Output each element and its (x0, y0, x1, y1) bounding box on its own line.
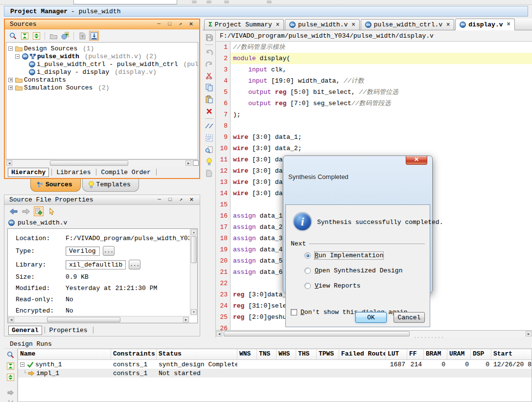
float-icon[interactable]: ↗ (177, 22, 184, 27)
cursor-button[interactable] (46, 206, 56, 216)
scroll-left-icon[interactable]: ◀ (216, 331, 222, 336)
copy-button[interactable] (204, 83, 214, 92)
block-button[interactable] (204, 133, 214, 143)
maximize-icon[interactable]: □ (167, 197, 173, 202)
radio-icon[interactable] (304, 283, 311, 289)
delete-button[interactable] (204, 106, 214, 116)
paste-button[interactable] (204, 94, 214, 104)
properties-hscrollbar[interactable]: ◀ ▶ (8, 316, 189, 323)
sources-hscrollbar[interactable]: ◀ ▶ (6, 159, 198, 166)
forward-button[interactable] (21, 206, 31, 216)
radio-option-open-synthesized-design[interactable]: Open Synthesized Design (304, 263, 402, 278)
scroll-thumb[interactable] (47, 317, 120, 322)
search-button[interactable] (8, 31, 18, 41)
back-button[interactable] (8, 206, 18, 216)
redo-button[interactable] (204, 59, 214, 69)
dialog-close-button[interactable]: ✕ (406, 156, 427, 165)
collapse-all-button[interactable] (6, 362, 16, 370)
scroll-right-icon[interactable]: ▶ (185, 160, 191, 166)
radio-option-run-implementation[interactable]: Run Implementation (304, 248, 402, 263)
properties-tab-general[interactable]: General (8, 326, 42, 335)
tab-close-icon[interactable]: × (351, 22, 355, 28)
properties-vscrollbar[interactable]: ▲ ▼ (190, 229, 197, 315)
view-tab-libraries[interactable]: Libraries (53, 168, 93, 177)
scroll-right-icon[interactable]: ▶ (526, 331, 532, 336)
float-icon[interactable]: ↗ (178, 197, 184, 202)
properties-doc-button[interactable] (34, 206, 44, 216)
scroll-up-icon[interactable]: ▲ (191, 229, 197, 235)
dialog-title-bar[interactable]: Synthesis Completed (285, 171, 430, 182)
editor-tab-pulse-width-ctrl-v[interactable]: vepulse_width_ctrl.v× (361, 19, 455, 30)
expand-all-button[interactable] (6, 373, 16, 381)
help-button[interactable]: ? (77, 31, 87, 41)
tree-expand-button[interactable] (193, 160, 199, 166)
search-button[interactable] (6, 351, 16, 359)
checkbox-icon[interactable] (291, 309, 297, 315)
add-sources-button[interactable] (60, 31, 70, 41)
scroll-thumb[interactable] (191, 236, 197, 263)
tree-item-pulse-width[interactable]: vepulse_width (pulse_width.v) (2) (6, 52, 198, 60)
properties-tab-properties[interactable]: Properties (46, 326, 91, 335)
tree-expander-icon[interactable] (20, 362, 24, 367)
column-header-bram[interactable]: BRAM (424, 349, 447, 359)
snippet-button[interactable] (204, 168, 214, 178)
column-header-ths[interactable]: THS (296, 349, 317, 359)
scroll-to-selected-button[interactable] (89, 31, 99, 41)
tab-close-icon[interactable]: × (276, 22, 279, 28)
tree-item-i-pulse-width-ctrl-pulse-width-ctrl[interactable]: vei_pulse_width_ctrl - pulse_width_ctrl … (6, 60, 198, 68)
column-header-whs[interactable]: WHS (277, 349, 296, 359)
column-header-tns[interactable]: TNS (257, 349, 277, 359)
cancel-button[interactable]: Cancel (393, 312, 425, 323)
radio-option-view-reports[interactable]: View Reports (304, 278, 402, 293)
panel-tab-sources[interactable]: Sources (30, 179, 81, 192)
ellipsis-button[interactable]: ... (103, 246, 115, 256)
column-header-constraints[interactable]: Constraints (111, 349, 157, 359)
tab-close-icon[interactable]: × (507, 21, 510, 28)
column-header-ff[interactable]: FF (407, 349, 424, 359)
close-icon[interactable]: × (188, 22, 194, 27)
step-button[interactable] (6, 399, 16, 402)
tab-close-icon[interactable]: × (446, 22, 450, 28)
scroll-left-icon[interactable]: ◀ (6, 160, 12, 166)
view-tab-compile-order[interactable]: Compile Order (98, 168, 153, 177)
bulb-button[interactable] (204, 156, 214, 166)
column-header-wns[interactable]: WNS (237, 349, 257, 359)
collapse-all-button[interactable] (20, 31, 29, 41)
editor-tab-project-summary[interactable]: ΣProject Summary× (204, 19, 284, 30)
ok-button[interactable]: OK (355, 312, 387, 323)
scroll-down-icon[interactable]: ▼ (191, 309, 197, 315)
radio-icon[interactable] (304, 268, 311, 274)
property-value-editbox[interactable]: xil_defaultlib (66, 260, 126, 269)
design-run-row-impl-1[interactable]: └impl_1constrs_1Not started (18, 369, 532, 378)
radio-icon[interactable] (304, 252, 311, 259)
column-header-lut[interactable]: LUT (386, 349, 407, 359)
column-header-uram[interactable]: URAM (447, 349, 471, 359)
column-header-tpws[interactable]: TPWS (317, 349, 339, 359)
tree-item-simulation-sources[interactable]: Simulation Sources (2) (6, 84, 198, 91)
tree-expander-icon[interactable] (8, 78, 13, 82)
close-icon[interactable]: × (188, 197, 195, 202)
tree-item-design-sources[interactable]: Design Sources (1) (6, 45, 198, 52)
cut-button[interactable] (204, 71, 214, 81)
comment-button[interactable]: // (204, 121, 214, 131)
scroll-right-icon[interactable]: ▶ (183, 317, 189, 322)
maximize-icon[interactable]: □ (166, 22, 173, 27)
panel-tab-templates[interactable]: Templates (82, 179, 139, 192)
ellipsis-button[interactable]: ... (129, 260, 140, 269)
find-button[interactable] (204, 145, 214, 155)
expand-all-button[interactable] (31, 31, 41, 41)
property-value-editbox[interactable]: Verilog (66, 246, 100, 256)
editor-tab-pulse-width-v[interactable]: vepulse_width.v× (285, 19, 360, 30)
tree-expander-icon[interactable] (15, 54, 20, 59)
tree-item-i-display-display[interactable]: vei_display - display (display.v) (6, 68, 198, 76)
scroll-left-icon[interactable]: ◀ (8, 317, 14, 322)
minimize-icon[interactable]: ─ (156, 197, 162, 202)
undo-button[interactable] (204, 47, 214, 57)
save-button[interactable] (204, 32, 214, 42)
scroll-thumb[interactable] (50, 160, 128, 166)
column-header-start[interactable]: Start (491, 349, 532, 359)
open-folder-button[interactable] (48, 31, 58, 41)
tree-item-constraints[interactable]: Constraints (6, 76, 198, 84)
run-button[interactable] (6, 389, 16, 396)
design-run-row-synth-1[interactable]: synth_1constrs_1synth_design Complete!16… (18, 360, 532, 369)
